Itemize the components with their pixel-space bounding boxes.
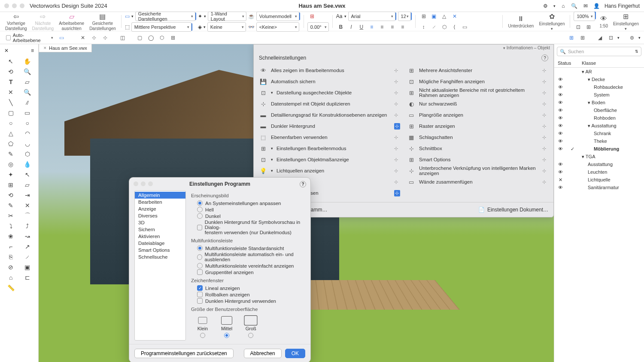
- arc3-icon[interactable]: ⤴: [23, 222, 32, 230]
- align-justify-button[interactable]: ≡: [398, 22, 407, 32]
- rotate-icon[interactable]: ⟲: [6, 191, 15, 199]
- cursor2-icon[interactable]: ↖: [23, 170, 32, 179]
- select-icon[interactable]: ▣: [429, 12, 439, 21]
- help-icon[interactable]: ?: [541, 54, 548, 61]
- tool5-icon[interactable]: ▭: [460, 22, 470, 32]
- class-row[interactable]: ✕ Lichtquelle: [554, 176, 644, 184]
- mirror-icon[interactable]: ⇥: [23, 191, 32, 199]
- quick-item[interactable]: ⊹ Unterbrochene Verknüpfung von intellig…: [407, 165, 548, 176]
- callout-icon[interactable]: ▱: [23, 78, 32, 86]
- corner-icon[interactable]: ⌐: [6, 242, 15, 251]
- corner2-icon[interactable]: ↗: [23, 242, 32, 251]
- pin-icon[interactable]: ⊹: [394, 68, 400, 73]
- doubleline-icon[interactable]: ⫽: [23, 98, 32, 107]
- align-left-button[interactable]: ≡: [367, 22, 377, 32]
- pin-icon[interactable]: ⊹: [394, 101, 400, 107]
- quick-item[interactable]: ⊞ Nicht aktualisierte Bereiche mit rot g…: [407, 87, 548, 98]
- zoom-dropdown[interactable]: 100%: [574, 12, 595, 21]
- polyline-icon[interactable]: ◡: [23, 139, 32, 148]
- leaf-icon[interactable]: ❀: [6, 232, 15, 241]
- chevron-down-icon[interactable]: ▾: [131, 14, 134, 18]
- pin-icon[interactable]: ⊹: [542, 168, 548, 174]
- bold-button[interactable]: B: [336, 22, 346, 32]
- polygon-icon[interactable]: ⬠: [6, 139, 15, 148]
- v4-icon[interactable]: ⊡: [606, 33, 616, 42]
- quick-item[interactable]: ▬ Detaillierungsgrad für Konstruktionseb…: [259, 109, 400, 121]
- class-dropdown[interactable]: <Keine>: [256, 22, 299, 32]
- class-column[interactable]: Klasse: [578, 59, 599, 67]
- sidebar-item[interactable]: Sichern: [135, 226, 185, 233]
- x-tool-icon[interactable]: ✕: [23, 201, 32, 210]
- visibility-icon[interactable]: 👁: [554, 77, 566, 82]
- frame-icon[interactable]: ⊏: [23, 273, 32, 282]
- sidebar-item[interactable]: Diverses: [135, 212, 185, 219]
- quick-item[interactable]: ⊡ Mögliche Fanghilfen anzeigen ⊹: [407, 76, 548, 87]
- line-icon[interactable]: ╲: [6, 98, 15, 107]
- class-row[interactable]: 👁 System: [554, 91, 644, 99]
- visibility-icon[interactable]: 👁: [554, 108, 566, 113]
- fit-icon[interactable]: ⊡: [574, 22, 583, 32]
- class-row[interactable]: 👁 Theke: [554, 137, 644, 145]
- quick-item[interactable]: ▭ Wände zusammenfügen ⊹: [407, 176, 548, 187]
- pin-icon[interactable]: ⊹: [394, 79, 400, 84]
- cancel-button[interactable]: Abbrechen: [244, 349, 282, 358]
- quick-item[interactable]: ▭ Plangröße anzeigen ⊹: [407, 109, 548, 121]
- none-dropdown[interactable]: Keine: [207, 22, 246, 32]
- tool4-icon[interactable]: ⟨: [450, 22, 459, 32]
- window-controls[interactable]: [4, 3, 24, 8]
- menu-icon[interactable]: ≡: [31, 48, 34, 54]
- pin-icon[interactable]: ⊹: [542, 179, 548, 185]
- quick-item[interactable]: ⬚ Ebenenfarben verwenden ⊹: [259, 132, 400, 143]
- pin-icon[interactable]: ⊹: [394, 179, 400, 185]
- m4-icon[interactable]: ◫: [118, 33, 127, 42]
- class-row[interactable]: 👁 Leuchten: [554, 168, 644, 176]
- draw-check[interactable]: Dunklen Hintergrund verwenden: [191, 298, 305, 304]
- ribbon-radio[interactable]: Multifunktionsleiste automatisch ein- un…: [191, 251, 305, 262]
- m5-icon[interactable]: ▢: [135, 33, 144, 42]
- quick-item[interactable]: ⊹ Datenstempel mit Objekt duplizieren ⊹: [259, 98, 400, 109]
- visibility-icon[interactable]: 👁: [554, 169, 566, 175]
- pin-icon[interactable]: ⊹: [542, 68, 548, 73]
- pin-icon[interactable]: ⊹: [542, 135, 548, 140]
- visibility-icon[interactable]: 👁: [554, 185, 566, 190]
- class-row[interactable]: 👁 Oberfläche: [554, 106, 644, 114]
- m8-icon[interactable]: ⊞: [168, 33, 178, 42]
- prev-view-button[interactable]: ⇦VorherigeDarstellung: [3, 12, 29, 31]
- doc-icon[interactable]: ⎘: [6, 253, 15, 261]
- class-row[interactable]: ▾ TGA: [554, 153, 644, 160]
- select-tool-icon[interactable]: ↖: [6, 57, 15, 66]
- align-plane-button[interactable]: ▱Arbeitsebeneausrichten: [57, 12, 86, 31]
- align-right-button[interactable]: ≡: [388, 22, 397, 32]
- quick-item[interactable]: ⊹ Schnittbox ⊹: [407, 143, 548, 154]
- group-titles-check[interactable]: Gruppentitel anzeigen: [191, 269, 305, 275]
- quick-item[interactable]: ⊞ Smart Options ⊹: [407, 154, 548, 165]
- viewport[interactable]: Haus am See.vwx ▾ Informationen – Objekt…: [39, 44, 554, 362]
- visibility-icon[interactable]: 👁: [554, 84, 566, 90]
- quick-item[interactable]: ▬ Dunkler Hintergrund ⊹: [259, 121, 400, 132]
- ruler-tool-icon[interactable]: 📏: [6, 284, 15, 292]
- pan-tool-icon[interactable]: ✋: [23, 57, 32, 66]
- appearance-radio[interactable]: An Systemeinstellungen anpassen: [191, 200, 305, 206]
- quick-item[interactable]: ▦ Schlagschatten ⊹: [407, 132, 548, 143]
- visibility-icon[interactable]: ✕: [554, 177, 566, 183]
- visibility-icon[interactable]: 👁: [554, 146, 566, 151]
- home-icon[interactable]: ⌂: [560, 3, 567, 9]
- cross-icon[interactable]: ✕: [6, 88, 15, 97]
- sidebar-item[interactable]: Anzeige: [135, 205, 185, 212]
- spiral-icon[interactable]: ◎: [6, 160, 15, 169]
- max-dot-icon[interactable]: [20, 3, 24, 8]
- reset-button[interactable]: Programmeinstellungen zurücksetzen: [134, 349, 234, 358]
- class-row[interactable]: ▾ AR: [554, 68, 644, 75]
- draw-check[interactable]: Rollbalken anzeigen: [191, 291, 305, 298]
- pin-icon[interactable]: ⊹: [394, 112, 400, 118]
- align-center-button[interactable]: ≡: [377, 22, 387, 32]
- quick-item[interactable]: ◐ Nur schwarzweiß ⊹: [407, 98, 548, 109]
- sidebar-item[interactable]: 3D: [135, 219, 185, 226]
- appearance-radio[interactable]: Hell: [191, 206, 305, 213]
- sidebar-item[interactable]: Schnellsuche: [135, 253, 185, 260]
- close-icon[interactable]: ✕: [4, 48, 9, 54]
- chevron-icon[interactable]: ⇅: [635, 49, 638, 54]
- flyover-icon[interactable]: ⟲: [6, 67, 15, 76]
- draw-check[interactable]: Lineal anzeigen: [191, 285, 305, 291]
- visibility-icon[interactable]: 👁: [554, 131, 566, 136]
